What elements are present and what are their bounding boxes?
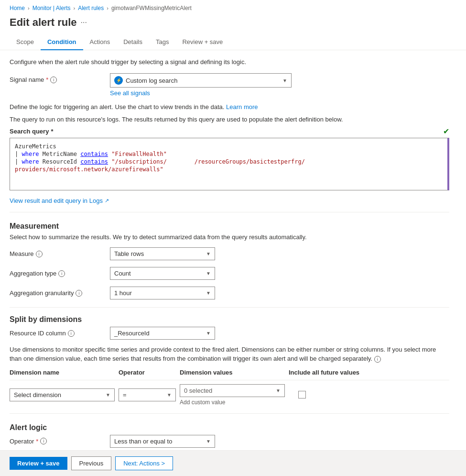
aggregation-granularity-value: 1 hour	[114, 289, 132, 297]
resource-id-row: Resource ID column i _ResourceId ▼	[10, 327, 449, 340]
dim-values-chevron: ▼	[276, 388, 281, 393]
next-button[interactable]: Next: Actions >	[115, 456, 173, 470]
signal-name-info-icon[interactable]: i	[50, 77, 57, 83]
tab-bar: Scope Condition Actions Details Tags Rev…	[0, 34, 466, 50]
query-description: The query to run on this resource's logs…	[10, 115, 449, 124]
breadcrumb-alert-rules[interactable]: Alert rules	[78, 5, 104, 11]
resource-id-info-icon[interactable]: i	[68, 330, 75, 337]
resource-id-label: Resource ID column i	[10, 330, 105, 337]
breadcrumb-home[interactable]: Home	[10, 5, 25, 11]
measurement-section: Measurement Select how to summarize the …	[10, 222, 449, 299]
resource-id-chevron: ▼	[206, 331, 211, 336]
agg-type-chevron: ▼	[206, 271, 211, 276]
resource-id-dropdown[interactable]: _ResourceId ▼	[110, 327, 215, 340]
tab-scope[interactable]: Scope	[10, 34, 41, 50]
split-by-dimensions-section: Split by dimensions Resource ID column i…	[10, 315, 449, 405]
breadcrumb-sep-2: ›	[74, 5, 76, 11]
dimension-operator-value: =	[123, 391, 127, 399]
page-header: Edit alert rule ···	[0, 14, 466, 34]
search-query-section: Search query * ✔ AzureMetrics | where Me…	[10, 127, 449, 190]
learn-more-link[interactable]: Learn more	[226, 103, 258, 111]
tab-details[interactable]: Details	[117, 34, 149, 50]
aggregation-type-label: Aggregation type i	[10, 267, 105, 277]
query-editor[interactable]: AzureMetrics | where MetricName contains…	[10, 138, 449, 190]
aggregation-type-value: Count	[114, 270, 131, 277]
breadcrumb-sep-3: ›	[107, 5, 108, 11]
external-link-icon: ↗	[105, 198, 109, 204]
aggregation-type-row: Aggregation type i Count ▼	[10, 267, 449, 280]
dim-header-operator: Operator	[119, 369, 176, 376]
split-heading: Split by dimensions	[10, 315, 449, 324]
measure-chevron: ▼	[206, 251, 211, 256]
measurement-heading: Measurement	[10, 222, 449, 231]
signal-name-label: Signal name * i	[10, 73, 105, 83]
dimensions-info-icon[interactable]: i	[374, 356, 381, 363]
breadcrumb: Home › Monitor | Alerts › Alert rules › …	[0, 0, 466, 14]
dimensions-info: Use dimensions to monitor specific time …	[10, 345, 449, 363]
dimension-name-dropdown[interactable]: Select dimension ▼	[10, 388, 115, 401]
more-options-icon[interactable]: ···	[81, 18, 87, 27]
signal-name-required: *	[46, 76, 48, 83]
tab-review-save[interactable]: Review + save	[175, 34, 229, 50]
operator-required: *	[36, 438, 38, 445]
dim-operator-chevron: ▼	[167, 392, 172, 398]
dim-header-values: Dimension values	[180, 369, 285, 376]
dim-header-future: Include all future values	[289, 369, 449, 376]
see-all-signals-link[interactable]: See all signals	[110, 89, 292, 97]
condition-description: Configure when the alert rule should tri…	[10, 58, 449, 66]
agg-gran-chevron: ▼	[206, 290, 211, 296]
dimension-values-placeholder: 0 selected	[184, 387, 212, 394]
signal-name-value-container: ⚡ Custom log search	[114, 76, 177, 85]
include-future-values-checkbox[interactable]	[298, 391, 306, 399]
operator-info-icon[interactable]: i	[40, 438, 47, 444]
operator-dropdown[interactable]: Less than or equal to ▼	[110, 435, 215, 448]
operator-label: Operator * i	[10, 435, 105, 445]
query-line-3: | where ResourceId contains "/subscripti…	[15, 158, 443, 165]
main-content: Configure when the alert rule should tri…	[0, 50, 459, 476]
page-title: Edit alert rule	[10, 16, 77, 29]
measure-row: Measure i Table rows ▼	[10, 247, 449, 260]
dimensions-row: Select dimension ▼ = ▼ 0 selected ▼ Add …	[10, 384, 449, 406]
measurement-desc: Select how to summarize the results. We …	[10, 233, 449, 241]
aggregation-type-dropdown[interactable]: Count ▼	[110, 267, 215, 280]
add-custom-value-link[interactable]: Add custom value	[180, 399, 285, 406]
signal-name-row: Signal name * i ⚡ Custom log search ▼ Se…	[10, 73, 449, 97]
measure-info-icon[interactable]: i	[36, 251, 43, 257]
agg-gran-info-icon[interactable]: i	[76, 290, 82, 297]
signal-name-value: Custom log search	[126, 77, 177, 84]
divider-1	[10, 212, 449, 212]
aggregation-granularity-label: Aggregation granularity i	[10, 287, 105, 297]
tab-tags[interactable]: Tags	[149, 34, 175, 50]
signal-name-dropdown[interactable]: ⚡ Custom log search ▼	[110, 73, 292, 88]
aggregation-granularity-row: Aggregation granularity i 1 hour ▼	[10, 287, 449, 299]
alert-logic-heading: Alert logic	[10, 423, 449, 432]
dimension-values-dropdown[interactable]: 0 selected ▼	[180, 384, 285, 397]
divider-2	[10, 307, 449, 308]
divider-3	[10, 413, 449, 414]
signal-icon: ⚡	[114, 76, 123, 85]
footer-bar: Review + save Previous Next: Actions >	[0, 450, 466, 476]
search-query-label: Search query *	[10, 128, 53, 135]
operator-row: Operator * i Less than or equal to ▼	[10, 435, 449, 448]
aggregation-granularity-dropdown[interactable]: 1 hour ▼	[110, 287, 215, 299]
check-icon: ✔	[443, 127, 449, 136]
measure-value: Table rows	[114, 250, 144, 257]
query-line-4: providers/microsoft.network/azurefirewal…	[15, 166, 443, 173]
view-result-link[interactable]: View result and edit query in Logs ↗	[10, 197, 449, 204]
search-query-required: *	[51, 128, 53, 135]
tab-condition[interactable]: Condition	[41, 34, 83, 50]
measure-dropdown[interactable]: Table rows ▼	[110, 247, 215, 260]
breadcrumb-monitor[interactable]: Monitor | Alerts	[33, 5, 71, 11]
operator-value: Less than or equal to	[114, 438, 172, 445]
review-save-button[interactable]: Review + save	[10, 457, 67, 470]
measure-label: Measure i	[10, 247, 105, 257]
agg-type-info-icon[interactable]: i	[58, 270, 65, 277]
resource-id-value: _ResourceId	[114, 330, 150, 337]
query-line-2: | where MetricName contains "FirewallHea…	[15, 151, 443, 157]
define-logic-text: Define the logic for triggering an alert…	[10, 103, 449, 111]
breadcrumb-current: gimotwanFWMissingMetricAlert	[111, 5, 192, 11]
dimension-operator-dropdown[interactable]: = ▼	[119, 388, 176, 401]
tab-actions[interactable]: Actions	[83, 34, 117, 50]
dimensions-table-header: Dimension name Operator Dimension values…	[10, 369, 449, 380]
previous-button[interactable]: Previous	[71, 456, 112, 470]
